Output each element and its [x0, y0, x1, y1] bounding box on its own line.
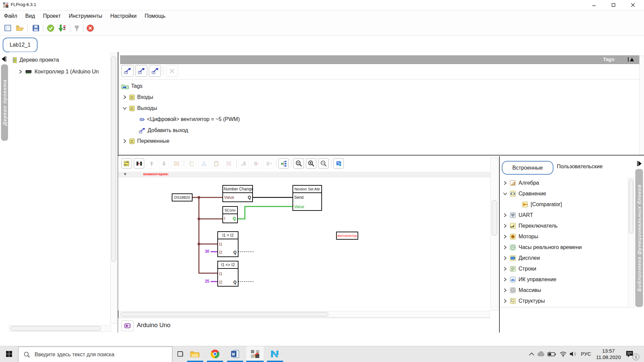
- compile-check-button[interactable]: [46, 24, 55, 33]
- board-settings-button[interactable]: [121, 320, 133, 331]
- project-tree-vscrollbar[interactable]: [110, 53, 117, 324]
- menu-view[interactable]: Вид: [21, 13, 39, 19]
- block-sconv[interactable]: SConv I Q: [222, 206, 238, 223]
- chevron-down-icon[interactable]: [503, 192, 507, 195]
- pin-i1-input[interactable]: I1: [219, 272, 222, 276]
- collapse-up-icon[interactable]: [627, 57, 635, 62]
- menu-file[interactable]: Файл: [0, 13, 21, 19]
- wifi-tray-button[interactable]: [558, 349, 568, 359]
- block-number-change[interactable]: Number Change Value Q: [222, 185, 253, 202]
- library-tab-user[interactable]: Пользовательские: [557, 164, 603, 170]
- chevron-right-icon[interactable]: [503, 213, 507, 217]
- pin-i2-input[interactable]: I2: [219, 280, 222, 285]
- library-item-structures[interactable]: Структуры: [503, 297, 545, 305]
- word-button[interactable]: [230, 349, 240, 359]
- flprog-button[interactable]: [250, 349, 260, 359]
- canvas-hscrollbar-thumb[interactable]: [120, 312, 328, 316]
- project-tree-strip[interactable]: Дерево проекта: [1, 64, 8, 141]
- controller-node[interactable]: Контроллер 1 (Arduino Un: [18, 68, 110, 75]
- pin-value-input[interactable]: Value: [294, 204, 304, 209]
- com-port-button[interactable]: [72, 24, 81, 33]
- pin-q-output[interactable]: Q: [248, 195, 251, 200]
- library-tab-builtin[interactable]: Встроенные: [502, 161, 553, 175]
- minimize-button[interactable]: [585, 0, 603, 10]
- project-tree-vscrollbar-thumb[interactable]: [111, 56, 116, 262]
- pin-i-input[interactable]: I: [224, 216, 225, 221]
- file-explorer-button[interactable]: [190, 349, 200, 359]
- menu-settings[interactable]: Настройки: [106, 13, 141, 19]
- add-output-tag-button[interactable]: [135, 65, 147, 77]
- collapse-left-icon[interactable]: [1, 56, 6, 62]
- library-item-switch[interactable]: Переключатель: [503, 222, 557, 230]
- block-ds18b20[interactable]: DS18B20: [172, 193, 193, 201]
- library-item-arrays[interactable]: Массивы: [503, 287, 541, 294]
- chevron-right-icon[interactable]: [503, 245, 507, 249]
- menu-help[interactable]: Помощь: [141, 13, 169, 19]
- tags-outputs-row[interactable]: Выходы: [123, 105, 157, 112]
- pin-q-output[interactable]: Q: [233, 216, 236, 221]
- start-button[interactable]: [4, 349, 14, 359]
- chevron-right-icon[interactable]: [503, 256, 507, 260]
- new-project-button[interactable]: [3, 24, 12, 33]
- pin-send-input[interactable]: Send: [294, 195, 304, 200]
- battery-tray-button[interactable]: [547, 349, 557, 359]
- canvas-vscrollbar-thumb[interactable]: [492, 200, 497, 236]
- taskbar-clock[interactable]: 13:57 11.08.2020: [593, 348, 624, 360]
- taskbar-search[interactable]: Введите здесь текст для поиска: [18, 347, 172, 362]
- add-variable-tag-button[interactable]: [149, 65, 161, 77]
- chevron-right-icon[interactable]: [503, 235, 507, 239]
- abort-button[interactable]: [86, 24, 95, 33]
- chevron-right-icon[interactable]: [503, 278, 507, 282]
- library-item-comparator[interactable]: [Comparator]: [522, 201, 562, 208]
- pin-q-output[interactable]: Q: [233, 280, 236, 285]
- block-less-equal[interactable]: I1 <= I2 I1 I2 Q: [217, 261, 238, 287]
- scheme-canvas[interactable]: комментарии: DS18B20 Number Change Value…: [118, 156, 490, 310]
- chevron-right-icon[interactable]: [18, 70, 22, 74]
- nextion-editor-button[interactable]: [270, 349, 280, 359]
- menu-project[interactable]: Проект: [39, 13, 65, 19]
- library-vscrollbar[interactable]: [628, 178, 634, 308]
- tray-expand-button[interactable]: [527, 349, 537, 359]
- tags-variables-row[interactable]: Переменные: [123, 137, 169, 145]
- chevron-right-icon[interactable]: [503, 288, 507, 292]
- library-item-strings[interactable]: Строки: [503, 265, 536, 273]
- add-input-tag-button[interactable]: [121, 65, 133, 77]
- constant-25[interactable]: 25: [198, 279, 209, 284]
- project-tree-hscrollbar-thumb[interactable]: [10, 326, 101, 331]
- pin-q-output[interactable]: Q: [233, 250, 236, 255]
- library-item-motors[interactable]: Моторы: [503, 233, 538, 240]
- task-view-button[interactable]: [175, 349, 185, 359]
- add-output-row[interactable]: Добавить выход: [139, 127, 188, 134]
- maximize-button[interactable]: [604, 0, 623, 10]
- library-vscrollbar-thumb[interactable]: [629, 179, 633, 234]
- project-tree-root[interactable]: Дерево проекта: [12, 56, 110, 64]
- pin-value-input[interactable]: Value: [224, 195, 234, 200]
- chevron-right-icon[interactable]: [503, 224, 507, 228]
- menu-tools[interactable]: Инструменты: [65, 13, 106, 19]
- block-nextion-set-attr[interactable]: Nextion Set Attr Send Value: [292, 185, 322, 211]
- library-item-uart[interactable]: UART: [503, 212, 533, 219]
- pin-i1-input[interactable]: I1: [219, 242, 222, 247]
- chevron-down-icon[interactable]: [123, 107, 127, 110]
- upload-to-controller-button[interactable]: [58, 24, 66, 33]
- volume-tray-button[interactable]: [568, 349, 578, 359]
- project-tree-hscrollbar[interactable]: [9, 325, 111, 332]
- chevron-right-icon[interactable]: [123, 139, 127, 143]
- pin-i2-input[interactable]: I2: [219, 250, 222, 255]
- document-tab[interactable]: Lab12_1: [3, 38, 38, 52]
- block-fan-tag[interactable]: вентилятор: [336, 232, 358, 240]
- canvas-vscrollbar[interactable]: [490, 158, 498, 311]
- block-greater[interactable]: I1 > I2 I1 I2 Q: [217, 231, 238, 257]
- tags-root-row[interactable]: Tags: [121, 82, 143, 90]
- chevron-right-icon[interactable]: [503, 181, 507, 185]
- tags-inputs-row[interactable]: Входы: [123, 94, 153, 101]
- open-project-button[interactable]: [15, 24, 24, 33]
- constant-30[interactable]: 30: [198, 249, 209, 254]
- chevron-right-icon[interactable]: [123, 95, 127, 99]
- digital-output-row[interactable]: <Цифровой> вентилятор = ~5 (PWM): [140, 116, 240, 123]
- save-project-button[interactable]: [32, 24, 40, 33]
- library-item-ir[interactable]: ИК управление: [503, 276, 556, 283]
- canvas-hscrollbar[interactable]: [119, 311, 490, 317]
- chrome-button[interactable]: [210, 349, 220, 359]
- chevron-right-icon[interactable]: [503, 299, 507, 303]
